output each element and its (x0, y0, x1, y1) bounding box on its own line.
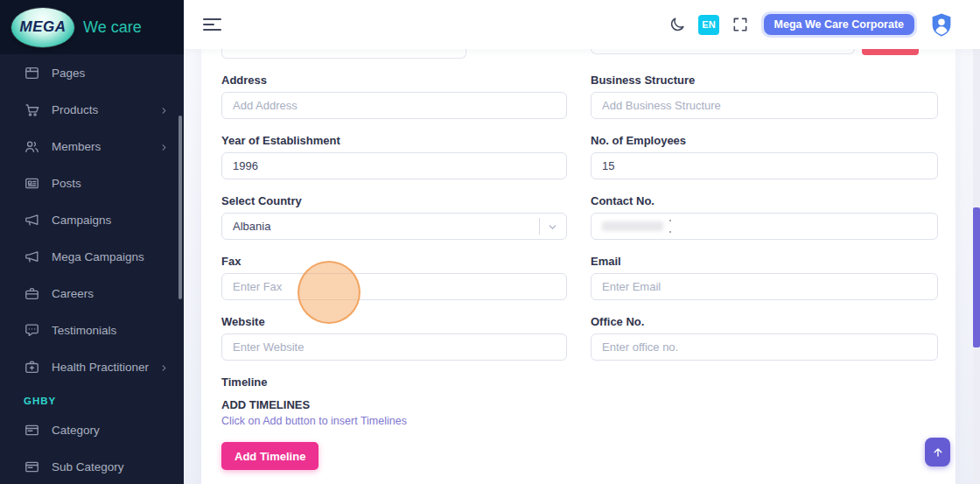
hamburger-menu-icon[interactable] (203, 18, 221, 32)
field-label: No. of Employees (591, 134, 938, 147)
form-card: Address Business Structure Year of Estab… (201, 49, 956, 484)
sidebar-item-label: Testimonials (52, 324, 116, 337)
megaphone-icon (24, 249, 40, 265)
sidebar-item-testimonials[interactable]: Testimonials (0, 312, 184, 348)
field-label: Select Country (221, 194, 567, 207)
chevron-right-icon (159, 105, 169, 115)
sidebar-item-category[interactable]: Category (0, 411, 184, 448)
medkit-icon (24, 359, 40, 375)
arrow-up-icon (932, 446, 944, 459)
page-scrollbar-thumb[interactable] (973, 207, 980, 347)
country-select-value: Albania (233, 220, 270, 233)
account-button-ring: Mega We Care Corporate (761, 11, 917, 38)
newspaper-icon (24, 175, 40, 192)
field-label: Email (591, 255, 938, 268)
sidebar-item-label: Products (52, 103, 98, 116)
chevron-right-icon (159, 142, 169, 151)
sidebar-item-label: Category (52, 424, 100, 437)
logo-text: MEGA (20, 18, 66, 36)
form-grid: Address Business Structure Year of Estab… (221, 74, 938, 375)
card-icon (24, 422, 40, 438)
field-business-structure: Business Structure (591, 74, 938, 119)
sidebar-item-sub-category[interactable]: Sub Category (0, 448, 184, 484)
sidebar-item-posts[interactable]: Posts (0, 165, 184, 201)
field-year-of-establishment: Year of Establishment (221, 134, 567, 179)
sidebar-section-ghby: GHBY (0, 390, 184, 411)
sidebar-item-pages[interactable]: Pages (0, 54, 184, 91)
sidebar-item-label: Sub Category (52, 460, 124, 473)
scroll-to-top-button[interactable] (925, 438, 950, 466)
fullscreen-icon[interactable] (731, 15, 750, 34)
field-office-no: Office No. (591, 315, 938, 361)
pages-icon (24, 65, 40, 81)
sidebar-item-members[interactable]: Members (0, 128, 184, 165)
sidebar-item-products[interactable]: Products (0, 91, 184, 128)
address-input[interactable] (221, 92, 567, 119)
logo-tagline: We care (83, 18, 142, 37)
field-label: Business Structure (591, 74, 938, 87)
language-badge[interactable]: EN (698, 15, 718, 35)
sidebar-item-label: Members (52, 140, 101, 153)
brand-logo[interactable]: MEGA We care (0, 0, 184, 54)
fax-input[interactable] (221, 273, 567, 300)
sidebar-scrollbar[interactable] (178, 116, 182, 299)
field-label: Year of Establishment (221, 134, 567, 147)
timeline-helper-text: Click on Add button to insert Timelines (221, 415, 938, 428)
field-website: Website (221, 315, 567, 361)
cutoff-input-left[interactable] (221, 49, 466, 59)
field-label: Website (221, 315, 567, 328)
field-label: Office No. (591, 315, 938, 328)
sidebar-item-label: Posts (52, 177, 81, 190)
chevron-down-icon (547, 221, 558, 233)
cutoff-input-right[interactable] (591, 49, 855, 54)
field-label: Address (221, 74, 567, 87)
sidebar: MEGA We care Pages Products Members Post… (0, 0, 184, 484)
business-structure-input[interactable] (591, 92, 938, 119)
user-shield-icon[interactable] (928, 11, 955, 39)
megaphone-icon (24, 212, 40, 228)
cart-icon (24, 102, 40, 118)
mega-logo-icon: MEGA (11, 8, 74, 47)
add-timelines-heading: ADD TIMELINES (221, 398, 938, 411)
sidebar-item-careers[interactable]: Careers (0, 275, 184, 312)
sidebar-item-label: Pages (52, 67, 85, 80)
chevron-right-icon (159, 362, 169, 372)
field-email: Email (591, 255, 938, 300)
chat-icon (24, 322, 40, 339)
timeline-section: Timeline ADD TIMELINES Click on Add butt… (221, 375, 938, 470)
sidebar-nav: Pages Products Members Posts Campaigns (0, 54, 184, 484)
year-of-establishment-input[interactable] (221, 152, 567, 179)
select-divider (539, 218, 540, 235)
add-timeline-button[interactable]: Add Timeline (221, 442, 318, 470)
app-window: MEGA We care Pages Products Members Post… (0, 0, 980, 484)
briefcase-icon (24, 285, 40, 302)
top-bar-actions: EN Mega We Care Corporate (668, 11, 955, 39)
field-address: Address (221, 74, 567, 119)
field-select-country: Select Country Albania (221, 194, 567, 240)
cutoff-red-button[interactable] (862, 49, 919, 55)
field-label: Fax (221, 255, 567, 268)
account-button[interactable]: Mega We Care Corporate (764, 14, 914, 35)
country-select[interactable]: Albania (221, 213, 567, 240)
sidebar-item-label: Careers (52, 287, 94, 300)
office-no-input[interactable] (591, 333, 938, 361)
sidebar-item-label: Mega Campaigns (52, 250, 144, 263)
users-icon (24, 138, 40, 155)
card-icon (24, 459, 40, 475)
timeline-label: Timeline (221, 375, 938, 389)
field-label: Contact No. (591, 194, 938, 207)
field-fax: Fax (221, 255, 567, 300)
no-of-employees-input[interactable] (591, 152, 938, 179)
main-content: Address Business Structure Year of Estab… (184, 49, 980, 484)
sidebar-item-label: Health Practitioner (52, 361, 149, 374)
top-bar: EN Mega We Care Corporate (184, 0, 980, 49)
moon-icon[interactable] (668, 15, 687, 34)
website-input[interactable] (221, 333, 567, 361)
sidebar-item-mega-campaigns[interactable]: Mega Campaigns (0, 238, 184, 275)
sidebar-item-health-practitioner[interactable]: Health Practitioner (0, 348, 184, 385)
field-contact-no: Contact No. (591, 194, 938, 240)
sidebar-item-campaigns[interactable]: Campaigns (0, 201, 184, 238)
email-input[interactable] (591, 273, 938, 300)
redacted-value (602, 221, 663, 231)
page-scrollbar[interactable] (973, 49, 980, 484)
